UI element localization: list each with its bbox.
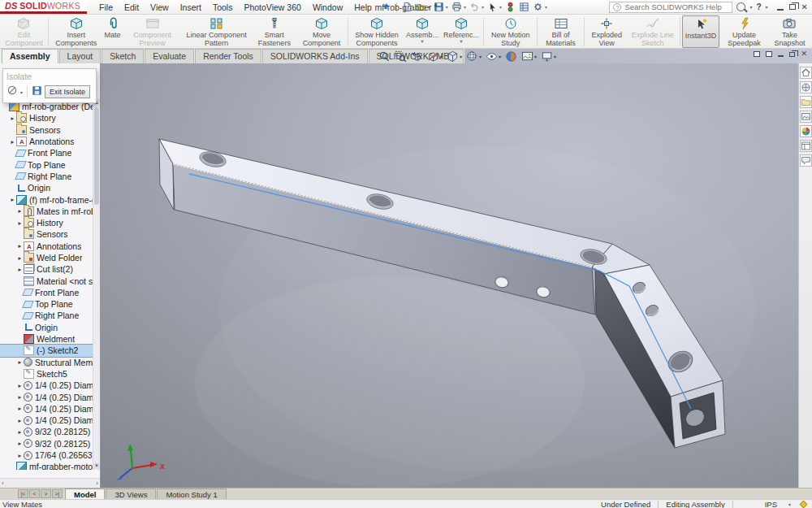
expand-arrow-icon[interactable]: ▸ xyxy=(16,266,24,273)
menu-window[interactable]: Window xyxy=(307,1,348,14)
expand-arrow-icon[interactable]: ▸ xyxy=(16,405,24,412)
expand-arrow-icon[interactable]: ▸ xyxy=(16,358,24,366)
print-dropdown-caret[interactable]: ▾ xyxy=(464,4,466,10)
tab-evaluate[interactable]: Evaluate xyxy=(145,49,194,63)
restore-button[interactable] xyxy=(789,4,796,10)
ribbon-new-motion-study[interactable]: New Motion Study xyxy=(486,15,535,48)
tree-item-f-mf-rob-frame-grab[interactable]: ▸(f) mf-rob-frame-grab xyxy=(0,193,93,205)
menu-insert[interactable]: Insert xyxy=(175,1,207,14)
tree-item-front-plane[interactable]: Front Plane xyxy=(0,147,93,158)
close-button[interactable]: ✕ xyxy=(801,4,808,11)
tab-sketch[interactable]: Sketch xyxy=(102,49,144,63)
isolate-visibility-caret[interactable]: ▾ xyxy=(20,89,23,95)
search-icon[interactable] xyxy=(736,2,745,11)
expand-arrow-icon[interactable]: ▸ xyxy=(16,452,24,459)
menu-file[interactable]: File xyxy=(93,1,119,14)
undo-dropdown-caret[interactable]: ▾ xyxy=(482,4,484,10)
home-icon[interactable] xyxy=(800,67,812,79)
ribbon-update-speedpak[interactable]: Update Speedpak xyxy=(719,15,769,48)
view-settings-dropdown-caret[interactable]: ▾ xyxy=(554,54,556,59)
tree-item-mates-in-mf-rob-grabb[interactable]: ▸Mates in mf-rob-grabb xyxy=(0,206,93,217)
zoom-to-fit-icon[interactable] xyxy=(378,50,391,63)
doc-minimize-button[interactable] xyxy=(778,51,784,57)
tree-item-mf-grabber-motor-br[interactable]: mf-grabber-motor-br xyxy=(0,461,93,470)
tree-item-origin[interactable]: Origin xyxy=(0,182,93,193)
section-view-icon[interactable]: ▾ xyxy=(427,50,443,63)
tree-item-top-plane[interactable]: Top Plane xyxy=(0,298,93,310)
ribbon-insert-components[interactable]: Insert Components▼ xyxy=(50,15,102,48)
ribbon-mate[interactable]: Mate xyxy=(102,15,123,48)
save-isolate-icon[interactable] xyxy=(32,85,42,99)
ribbon-component-preview-window[interactable]: Component Preview Window xyxy=(123,15,182,48)
undo-icon[interactable] xyxy=(468,1,482,13)
expand-arrow-icon[interactable]: ▸ xyxy=(9,138,16,145)
ribbon-reference-geometry[interactable]: Referenc...▼ xyxy=(441,15,482,48)
doc-window-icon-2[interactable] xyxy=(766,51,772,57)
tab-scroll-first[interactable]: |< xyxy=(18,489,28,498)
tab-solidworks-add-ins[interactable]: SOLIDWORKS Add-Ins xyxy=(262,49,368,63)
menu-photoview-360[interactable]: PhotoView 360 xyxy=(238,1,306,14)
tree-item-sensors[interactable]: Sensors xyxy=(0,228,93,240)
view-palette-icon[interactable] xyxy=(800,111,812,123)
edit-appearance-icon[interactable] xyxy=(505,50,517,63)
options-dropdown-caret[interactable]: ▾ xyxy=(545,4,547,10)
section-view-dropdown-caret[interactable]: ▾ xyxy=(440,54,443,59)
ribbon-show-hidden-components[interactable]: Show Hidden Components xyxy=(350,15,404,48)
units-dropdown-caret[interactable]: ▾ xyxy=(788,501,791,507)
view-settings-icon[interactable]: ▾ xyxy=(541,50,556,63)
ribbon-move-component[interactable]: Move Component▼ xyxy=(297,15,346,48)
tree-item-right-plane[interactable]: Right Plane xyxy=(0,171,93,182)
tab-scroll-next[interactable]: > xyxy=(41,489,51,498)
display-style-icon[interactable]: ▾ xyxy=(466,50,482,63)
file-properties-icon[interactable] xyxy=(517,1,531,13)
expand-arrow-icon[interactable]: ▸ xyxy=(16,219,24,227)
ribbon-smart-fasteners[interactable]: Smart Fasteners xyxy=(252,15,297,48)
tab-scroll-prev[interactable]: < xyxy=(29,489,40,498)
graphics-viewport[interactable]: X xyxy=(101,63,798,488)
help-button[interactable]: ? xyxy=(756,2,761,11)
open-dropdown-caret[interactable]: ▾ xyxy=(428,4,430,10)
menu-view[interactable]: View xyxy=(145,1,175,14)
tree-item-annotations[interactable]: ▸Annotations xyxy=(0,241,93,252)
previous-view-icon[interactable] xyxy=(411,50,423,63)
ribbon-instant3d[interactable]: Instant3D xyxy=(682,15,720,48)
save-icon[interactable] xyxy=(432,1,446,13)
tree-item-1-4-0-25-diameter-h[interactable]: ▸1/4 (0.25) Diameter H xyxy=(0,380,93,391)
expand-arrow-icon[interactable]: ▸ xyxy=(9,196,16,203)
scroll-down-arrow[interactable]: ▼ xyxy=(93,462,100,470)
tree-item-1-4-0-25-diameter-h[interactable]: ▸1/4 (0.25) Diameter H xyxy=(0,403,93,415)
tree-item-9-32-0-28125-diamet[interactable]: ▸9/32 (0.28125) Diamet xyxy=(0,426,93,437)
tree-horizontal-scrollbar[interactable]: ‹ › xyxy=(0,478,100,488)
ribbon-edit-component[interactable]: Edit Component xyxy=(2,15,46,48)
print-icon[interactable] xyxy=(450,1,464,13)
apply-scene-dropdown-caret[interactable]: ▾ xyxy=(534,54,537,59)
rebuild-icon[interactable] xyxy=(503,1,517,13)
bottom-tab-3d-views[interactable]: 3D Views xyxy=(106,488,156,499)
tree-item-material-not-specifie[interactable]: Material <not specifie xyxy=(0,275,93,286)
isolate-visibility-icon[interactable] xyxy=(6,85,18,99)
reference-geometry-dropdown-caret[interactable]: ▼ xyxy=(459,40,463,44)
search-input[interactable] xyxy=(624,2,722,11)
tree-item-17-64-0-26563-diam[interactable]: ▸17/64 (0.26563) Diam xyxy=(0,449,93,461)
ribbon-linear-component-pattern[interactable]: Linear Component Pattern▼ xyxy=(182,15,252,48)
tab-layout[interactable]: Layout xyxy=(59,49,102,63)
assembly-features-dropdown-caret[interactable]: ▼ xyxy=(420,40,424,44)
select-arrow-dropdown-caret[interactable]: ▾ xyxy=(499,4,502,10)
tab-render-tools[interactable]: Render Tools xyxy=(195,49,261,63)
scroll-left-arrow[interactable]: ‹ xyxy=(2,480,4,487)
view-orientation-dropdown-caret[interactable]: ▾ xyxy=(460,54,462,59)
display-style-dropdown-caret[interactable]: ▾ xyxy=(479,54,482,59)
tree-item-front-plane[interactable]: Front Plane xyxy=(0,287,93,298)
ribbon-exploded-view[interactable]: Exploded View xyxy=(586,15,628,48)
appearances-icon[interactable] xyxy=(800,125,812,137)
expand-arrow-icon[interactable]: ▸ xyxy=(16,428,24,436)
tree-item-weldment[interactable]: Weldment xyxy=(0,333,93,345)
tab-assembly[interactable]: Assembly xyxy=(2,49,58,63)
hide-show-items-icon[interactable]: ▾ xyxy=(486,50,501,63)
tree-item-weld-folder[interactable]: ▸Weld Folder xyxy=(0,252,93,263)
view-orientation-icon[interactable]: ▾ xyxy=(447,50,462,63)
ribbon-explode-line-sketch[interactable]: Explode Line Sketch xyxy=(628,15,678,48)
tree-item-right-plane[interactable]: Right Plane xyxy=(0,310,93,321)
ribbon-bill-of-materials[interactable]: Bill of Materials xyxy=(539,15,581,48)
tree-item-history[interactable]: ▸History xyxy=(0,217,93,228)
